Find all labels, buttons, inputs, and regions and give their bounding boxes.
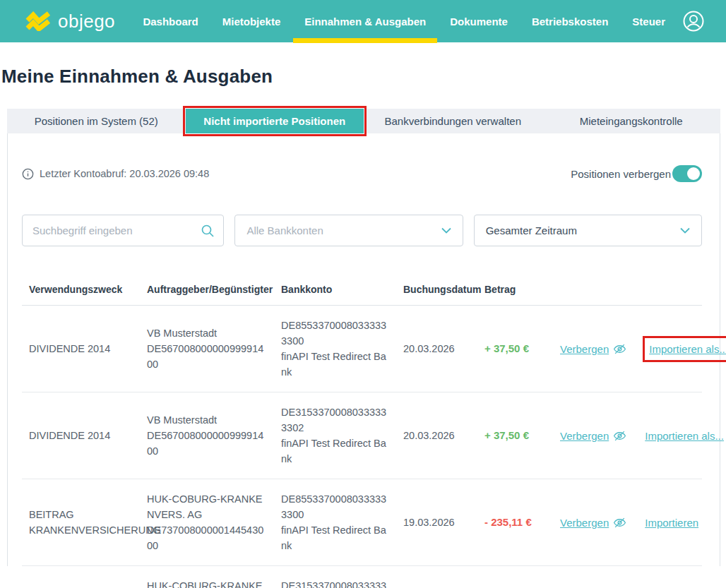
hide-link[interactable]: Verbergen — [560, 429, 626, 443]
top-navigation-bar: objego Dashboard Mietobjekte Einnahmen &… — [0, 0, 726, 42]
account-cell: DE85533700080333333300 finAPI Test Redir… — [281, 491, 403, 553]
page-title: Meine Einnahmen & Ausgaben — [1, 66, 726, 88]
purpose-cell: DIVIDENDE 2014 — [29, 341, 147, 356]
amount-cell: + 37,50 € — [484, 428, 552, 443]
tab-positionen-im-system[interactable]: Positionen im System (52) — [7, 109, 186, 133]
last-sync-text: Letzter Kontoabruf: 20.03.2026 09:48 — [40, 168, 209, 179]
table-header-row: Verwendungszweck Auftraggeber/Begünstigt… — [22, 283, 702, 306]
bank-account-select[interactable]: Alle Bankkonten — [234, 215, 463, 246]
counterparty-cell: HUK-COBURG-KRANKENVERS. AG DE73700800000… — [147, 578, 281, 588]
chevron-down-icon — [441, 227, 451, 234]
import-as-link[interactable]: Importieren als... — [649, 343, 726, 355]
period-value: Gesamter Zeitraum — [486, 224, 577, 236]
account-cell: DE85533700080333333300 finAPI Test Redir… — [281, 318, 403, 380]
profile-menu-button[interactable] — [682, 10, 705, 32]
counterparty-cell: VB Musterstadt DE56700800000099991400 — [147, 412, 281, 459]
col-buchungsdatum[interactable]: Buchungsdatum ↓ — [403, 283, 484, 295]
account-cell: DE31533700080333333302 finAPI Test Redir… — [281, 578, 403, 588]
col-auftraggeber: Auftraggeber/Begünstigter — [147, 284, 281, 295]
row-actions: Verbergen Importieren — [552, 516, 702, 529]
eye-off-icon — [613, 429, 626, 443]
nav-steuer[interactable]: Steuer — [632, 16, 665, 28]
content-panel: Letzter Kontoabruf: 20.03.2026 09:48 Pos… — [7, 133, 720, 566]
amount-cell: - 235,11 € — [484, 515, 552, 530]
chevron-down-icon — [680, 227, 690, 234]
col-verwendungszweck: Verwendungszweck — [29, 284, 147, 295]
info-icon — [22, 168, 34, 180]
nav-dokumente[interactable]: Dokumente — [450, 16, 508, 28]
objego-logo-icon — [25, 11, 51, 31]
tab-bar: Positionen im System (52) Nicht importie… — [7, 109, 720, 133]
counterparty-cell: HUK-COBURG-KRANKENVERS. AG DE73700800000… — [147, 491, 281, 553]
toggle-knob — [687, 167, 700, 180]
date-cell: 19.03.2026 — [403, 515, 484, 530]
tab-bankverbindungen-verwalten[interactable]: Bankverbindungen verwalten — [364, 109, 542, 133]
search-box — [22, 215, 224, 246]
row-actions: Verbergen Importieren als... — [552, 429, 724, 443]
counterparty-cell: VB Musterstadt DE56700800000099991400 — [147, 325, 281, 372]
nav-mietobjekte[interactable]: Mietobjekte — [222, 16, 281, 28]
import-annotation-box: Importieren als... — [645, 338, 726, 360]
tab-nicht-importierte-positionen[interactable]: Nicht importierte Positionen — [186, 109, 364, 133]
filter-row: Alle Bankkonten Gesamter Zeitraum — [22, 215, 702, 246]
brand-name: objego — [58, 11, 115, 32]
hide-link[interactable]: Verbergen — [560, 516, 626, 529]
search-input[interactable] — [32, 224, 201, 236]
table-body: DIVIDENDE 2014 VB Musterstadt DE56700800… — [22, 306, 702, 588]
col-betrag: Betrag — [484, 284, 552, 295]
transactions-table: Verwendungszweck Auftraggeber/Begünstigt… — [22, 283, 702, 588]
purpose-cell: DIVIDENDE 2014 — [29, 428, 147, 443]
transaction-row: BEITRAG KRANKENVERSICHERUNG HUK-COBURG-K… — [22, 566, 702, 588]
account-cell: DE31533700080333333302 finAPI Test Redir… — [281, 404, 403, 467]
tab-mieteingangskontrolle[interactable]: Mieteingangskontrolle — [542, 109, 721, 133]
period-select[interactable]: Gesamter Zeitraum — [474, 215, 702, 246]
hide-positions-toggle[interactable] — [672, 165, 702, 182]
purpose-cell: BEITRAG KRANKENVERSICHERUNG — [29, 507, 147, 538]
transaction-row: DIVIDENDE 2014 VB Musterstadt DE56700800… — [22, 306, 702, 392]
nav-einnahmen-ausgaben[interactable]: Einnahmen & Ausgaben — [304, 16, 426, 28]
eye-off-icon — [613, 516, 626, 529]
transaction-row: BEITRAG KRANKENVERSICHERUNG HUK-COBURG-K… — [22, 479, 702, 566]
nav-betriebskosten[interactable]: Betriebskosten — [532, 16, 608, 28]
amount-cell: + 37,50 € — [484, 341, 552, 356]
import-link[interactable]: Importieren — [645, 517, 698, 529]
row-actions: Verbergen Importieren als... — [552, 338, 726, 360]
search-icon[interactable] — [201, 224, 215, 238]
eye-off-icon — [613, 342, 626, 356]
hide-positions-label: Positionen verbergen — [571, 168, 671, 180]
brand-logo[interactable]: objego — [25, 11, 115, 32]
import-as-link[interactable]: Importieren als... — [645, 430, 724, 442]
col-bankkonto: Bankkonto — [281, 284, 403, 295]
info-row: Letzter Kontoabruf: 20.03.2026 09:48 Pos… — [22, 133, 702, 182]
date-cell: 20.03.2026 — [403, 428, 484, 443]
user-avatar-icon — [682, 10, 705, 32]
date-cell: 20.03.2026 — [403, 341, 484, 356]
nav-dashboard[interactable]: Dashboard — [143, 16, 198, 28]
main-nav: Dashboard Mietobjekte Einnahmen & Ausgab… — [143, 16, 665, 28]
hide-link[interactable]: Verbergen — [560, 342, 626, 356]
bank-account-value: Alle Bankkonten — [246, 224, 323, 236]
transaction-row: DIVIDENDE 2014 VB Musterstadt DE56700800… — [22, 392, 702, 479]
